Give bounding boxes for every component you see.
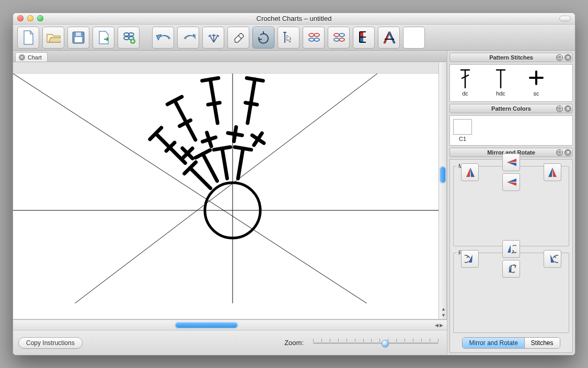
svg-rect-1 (75, 37, 82, 42)
minimize-window[interactable] (27, 15, 33, 21)
stitch-group-a-icon (306, 31, 321, 44)
stitch-label: sc (534, 90, 539, 97)
horizontal-scrollbar[interactable]: ◀▶ (13, 319, 447, 330)
mirror-up-button[interactable] (502, 173, 520, 191)
svg-line-59 (210, 79, 217, 123)
eraser-icon (232, 31, 245, 44)
color-swatch-c1[interactable] (453, 119, 472, 135)
stitch-item-sc[interactable]: sc (524, 68, 548, 97)
copy-instructions-button[interactable]: Copy Instructions (18, 337, 83, 349)
panel-detach-icon[interactable]: ❐ (556, 105, 563, 112)
stitch-label: dc (462, 90, 468, 97)
hscroll-thumb[interactable] (175, 322, 238, 328)
stitch-item-hdc[interactable]: hdc (489, 68, 513, 97)
row-cursor-icon (282, 30, 295, 45)
window-title: Crochet Charts – untitled (257, 15, 332, 22)
rotate-right-button[interactable] (544, 250, 561, 268)
panel-detach-icon[interactable]: ❐ (556, 149, 563, 156)
rotate-icon (256, 31, 271, 44)
save-button[interactable] (67, 27, 89, 49)
pattern-stitches-title[interactable]: Pattern Stitches ❐ ✕ (449, 53, 573, 62)
color-label: C1 (459, 136, 466, 142)
hscroll-left-icon[interactable]: ◀ (435, 323, 439, 328)
mirror-down-button[interactable] (502, 153, 520, 171)
hdc-icon (495, 68, 506, 89)
rotate-ccw-icon (506, 263, 516, 275)
titlebar[interactable]: Crochet Charts – untitled (13, 13, 575, 25)
mirror-down-icon (506, 157, 516, 168)
rotate-ccw-button[interactable] (502, 260, 520, 278)
stitch-group-a-button[interactable] (303, 27, 325, 49)
chart-drawing (13, 74, 439, 303)
svg-point-22 (339, 33, 344, 37)
zoom-label: Zoom: (284, 339, 304, 347)
document-tabbar: ✕ Chart (13, 51, 447, 62)
vscroll-down-icon[interactable]: ▼ (441, 313, 446, 318)
chart-canvas[interactable] (13, 74, 439, 319)
pattern-stitches-body: dc hdc sc (449, 64, 573, 102)
svg-rect-2 (76, 32, 81, 36)
stitch-label: hdc (496, 90, 505, 97)
vscroll-up-icon[interactable]: ▲ (441, 306, 446, 312)
stitch-item-dc[interactable]: dc (453, 68, 477, 97)
side-tab-stitches[interactable]: Stitches (524, 338, 560, 348)
rotate-left-icon (465, 253, 475, 265)
zoom-window[interactable] (37, 15, 43, 21)
floppy-disk-icon (72, 31, 85, 44)
svg-line-60 (202, 78, 218, 81)
rotate-180-icon (506, 243, 516, 255)
sc-icon (528, 68, 544, 89)
hscroll-right-icon[interactable]: ▶ (440, 323, 443, 328)
app-window: Crochet Charts – untitled ✕ Chart (13, 13, 575, 355)
svg-line-62 (248, 79, 255, 123)
fan-tool-button[interactable] (202, 27, 224, 49)
svg-rect-26 (360, 37, 363, 42)
pattern-colors-title[interactable]: Pattern Colors ❐ ✕ (449, 104, 573, 113)
rotate-180-button[interactable] (502, 240, 520, 258)
side-tab-mirror-rotate[interactable]: Mirror and Rotate (463, 338, 524, 348)
svg-line-64 (246, 103, 257, 105)
svg-point-23 (334, 38, 339, 41)
svg-point-24 (339, 38, 344, 41)
svg-line-43 (238, 148, 243, 179)
svg-line-63 (247, 78, 263, 81)
side-tab-switcher: Mirror and Rotate Stitches (453, 336, 569, 351)
new-file-button[interactable] (17, 27, 39, 49)
indicator-a-button[interactable] (353, 27, 375, 49)
eraser-button[interactable] (227, 27, 249, 49)
document-tab[interactable]: ✕ Chart (15, 52, 48, 62)
titlebar-grip-icon[interactable] (559, 16, 571, 21)
pattern-colors-body: C1 (449, 115, 573, 146)
mirror-right-button[interactable] (544, 163, 561, 181)
row-tool-button[interactable] (278, 27, 299, 49)
redo-button[interactable] (177, 27, 199, 49)
panel-close-icon[interactable]: ✕ (564, 105, 571, 112)
panel-close-icon[interactable]: ✕ (564, 149, 571, 156)
tab-close-icon[interactable]: ✕ (19, 54, 25, 61)
mirror-left-button[interactable] (461, 163, 479, 181)
export-icon (97, 30, 110, 45)
panel-close-icon[interactable]: ✕ (564, 54, 571, 61)
close-window[interactable] (17, 15, 24, 21)
rotate-left-button[interactable] (461, 250, 479, 268)
hscroll-track[interactable] (13, 322, 431, 329)
open-button[interactable] (42, 27, 64, 49)
svg-line-48 (203, 137, 216, 141)
color-swatch-button[interactable] (403, 27, 425, 49)
vertical-scrollbar[interactable]: ▲ ▼ (439, 62, 446, 319)
indicator-a-icon (357, 30, 371, 45)
vscroll-thumb[interactable] (440, 167, 446, 183)
stitch-group-b-button[interactable] (328, 27, 350, 49)
zoom-slider[interactable] (313, 338, 439, 348)
canvas-wrap: ▲ ▼ (13, 62, 447, 319)
undo-button[interactable] (152, 27, 174, 49)
svg-line-44 (235, 147, 251, 150)
panel-detach-icon[interactable]: ❐ (556, 54, 563, 61)
rings-button[interactable] (118, 27, 140, 49)
zoom-knob[interactable] (382, 340, 389, 347)
new-file-icon (22, 30, 34, 45)
rotate-tool-button[interactable] (252, 27, 274, 49)
stitch-group-b-icon (331, 31, 346, 44)
indicator-b-button[interactable] (378, 27, 400, 49)
export-button[interactable] (93, 27, 114, 49)
